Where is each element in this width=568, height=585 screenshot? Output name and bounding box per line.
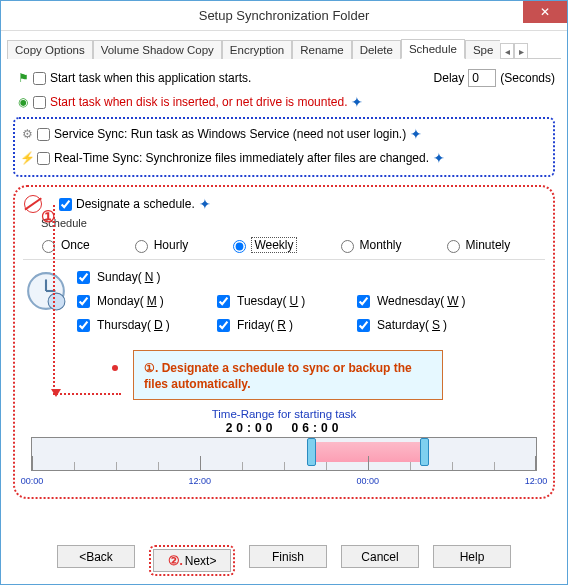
cancel-button[interactable]: Cancel: [341, 545, 419, 568]
close-button[interactable]: ✕: [523, 1, 567, 23]
star-icon: ✦: [351, 94, 363, 110]
label-designate-schedule: Designate a schedule.: [76, 197, 195, 211]
bolt-icon: ⚡: [17, 151, 37, 165]
finish-button[interactable]: Finish: [249, 545, 327, 568]
days-section: Sunday(N) Monday(M) Tuesday(U) Wednesday…: [23, 270, 545, 332]
fieldset-label-schedule: Schedule: [41, 217, 545, 229]
callout-text: Designate a schedule to sync or backup t…: [144, 361, 412, 391]
tick-1200b: 12:00: [525, 476, 548, 486]
checkbox-tuesday[interactable]: Tuesday(U): [217, 294, 357, 308]
checkbox-start-on-app[interactable]: [33, 72, 46, 85]
dialog-window: Setup Synchronization Folder ✕ Copy Opti…: [0, 0, 568, 585]
annotation-arrow-line: [53, 205, 55, 395]
tick-0000b: 00:00: [356, 476, 379, 486]
checkbox-designate-schedule[interactable]: [59, 198, 72, 211]
annotation-arrow-line-h: [53, 393, 121, 395]
close-icon: ✕: [540, 5, 550, 19]
time-range-label: Time-Range for starting task: [23, 408, 545, 420]
tab-rename[interactable]: Rename: [292, 40, 351, 59]
tab-volume-shadow[interactable]: Volume Shadow Copy: [93, 40, 222, 59]
checkbox-monday[interactable]: Monday(M): [77, 294, 217, 308]
checkbox-friday[interactable]: Friday(R): [217, 318, 357, 332]
annotation-next-highlight: ②. Next>: [149, 545, 235, 576]
tab-scroll-left[interactable]: ◂: [500, 43, 514, 59]
star-icon: ✦: [433, 150, 445, 166]
tab-scroll-right[interactable]: ▸: [514, 43, 528, 59]
help-button[interactable]: Help: [433, 545, 511, 568]
label-service-sync: Service Sync: Run task as Windows Servic…: [54, 127, 406, 141]
radio-weekly[interactable]: Weekly: [228, 237, 295, 253]
title-bar: Setup Synchronization Folder ✕: [1, 1, 567, 31]
frequency-radio-group: Once Hourly Weekly Monthly Minutely: [23, 229, 545, 260]
gear-icon: ⚙: [17, 127, 37, 141]
checkbox-service-sync[interactable]: [37, 128, 50, 141]
annotation-callout: ①. Designate a schedule to sync or backu…: [133, 350, 443, 400]
annotation-number-1: ①: [41, 207, 55, 226]
button-bar: <Back ②. Next> Finish Cancel Help: [1, 545, 567, 576]
tick-0000a: 00:00: [21, 476, 44, 486]
star-icon: ✦: [199, 196, 211, 212]
next-button[interactable]: ②. Next>: [153, 549, 231, 572]
back-button[interactable]: <Back: [57, 545, 135, 568]
radio-monthly[interactable]: Monthly: [336, 237, 402, 253]
sync-options-group: ⚙ Service Sync: Run task as Windows Serv…: [13, 117, 555, 177]
range-handle-start[interactable]: [307, 438, 316, 466]
checkbox-saturday[interactable]: Saturday(S): [357, 318, 497, 332]
tab-copy-options[interactable]: Copy Options: [7, 40, 93, 59]
label-realtime-sync: Real-Time Sync: Synchronize files immedi…: [54, 151, 429, 165]
radio-hourly[interactable]: Hourly: [130, 237, 189, 253]
clock-icon: [25, 270, 67, 312]
tab-schedule[interactable]: Schedule: [401, 39, 465, 59]
checkbox-realtime-sync[interactable]: [37, 152, 50, 165]
range-handle-end[interactable]: [420, 438, 429, 466]
label-start-on-disk: Start task when disk is inserted, or net…: [50, 95, 347, 109]
no-symbol-annotation-icon: [24, 195, 42, 213]
tab-strip: Copy Options Volume Shadow Copy Encrypti…: [7, 35, 561, 59]
label-start-on-app: Start task when this application starts.: [50, 71, 251, 85]
checkbox-sunday[interactable]: Sunday(N): [77, 270, 217, 284]
checkbox-thursday[interactable]: Thursday(D): [77, 318, 217, 332]
tab-encryption[interactable]: Encryption: [222, 40, 292, 59]
tick-1200a: 12:00: [189, 476, 212, 486]
svg-point-3: [48, 293, 65, 310]
checkbox-start-on-disk[interactable]: [33, 96, 46, 109]
checkbox-wednesday[interactable]: Wednesday(W): [357, 294, 497, 308]
tab-special-truncated[interactable]: Spe: [465, 40, 500, 59]
radio-once[interactable]: Once: [37, 237, 90, 253]
disk-icon: ◉: [13, 95, 33, 109]
radio-minutely[interactable]: Minutely: [442, 237, 511, 253]
star-icon: ✦: [410, 126, 422, 142]
label-delay-unit: (Seconds): [500, 71, 555, 85]
tab-content: ⚑ Start task when this application start…: [1, 59, 567, 499]
time-range-slider[interactable]: 00:00 12:00 00:00 12:00: [31, 437, 537, 471]
flag-icon: ⚑: [13, 71, 33, 85]
schedule-area: ① Designate a schedule. ✦ Schedule Once …: [13, 185, 555, 499]
callout-num: ①.: [144, 361, 158, 375]
time-range-values: 20:00 06:00: [23, 420, 545, 435]
tab-delete[interactable]: Delete: [352, 40, 401, 59]
input-delay[interactable]: [468, 69, 496, 87]
window-title: Setup Synchronization Folder: [199, 8, 370, 23]
annotation-number-2: ②.: [168, 553, 183, 569]
label-delay: Delay: [434, 71, 465, 85]
